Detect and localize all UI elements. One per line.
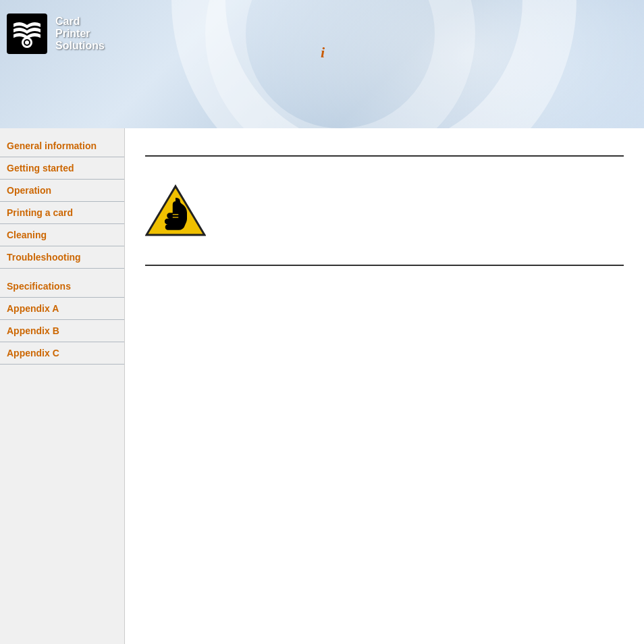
warning-triangle-icon <box>145 184 206 238</box>
header-arc2 <box>205 0 475 128</box>
sidebar-item-getting-started[interactable]: Getting started <box>0 157 124 180</box>
sidebar-item-specifications[interactable]: Specifications <box>0 275 124 298</box>
sidebar-item-appendix-a[interactable]: Appendix A <box>0 298 124 320</box>
sidebar-item-operation[interactable]: Operation <box>0 180 124 202</box>
sidebar-item-appendix-b[interactable]: Appendix B <box>0 320 124 342</box>
info-icon[interactable]: i <box>321 44 325 61</box>
separator-top <box>145 155 624 157</box>
logo-line3: Solutions <box>55 40 105 52</box>
logo-line2: Printer <box>55 28 105 40</box>
sidebar-item-appendix-c[interactable]: Appendix C <box>0 342 124 365</box>
logo-text: Card Printer Solutions <box>55 16 105 52</box>
sidebar-nav: General information Getting started Oper… <box>0 128 125 644</box>
sidebar-item-cleaning[interactable]: Cleaning <box>0 224 124 246</box>
sidebar-item-troubleshooting[interactable]: Troubleshooting <box>0 246 124 269</box>
content-area <box>125 128 644 644</box>
sidebar-item-general-information[interactable]: General information <box>0 135 124 157</box>
sidebar-gap <box>0 269 124 275</box>
zebra-logo <box>7 14 47 54</box>
sidebar-item-printing-a-card[interactable]: Printing a card <box>0 202 124 224</box>
separator-bottom <box>145 265 624 266</box>
warning-icon-container <box>145 170 624 251</box>
main-layout: General information Getting started Oper… <box>0 128 644 644</box>
svg-point-3 <box>25 41 29 45</box>
header-banner: Card Printer Solutions i <box>0 0 644 128</box>
logo-line1: Card <box>55 16 105 28</box>
logo-area: Card Printer Solutions <box>7 14 105 54</box>
